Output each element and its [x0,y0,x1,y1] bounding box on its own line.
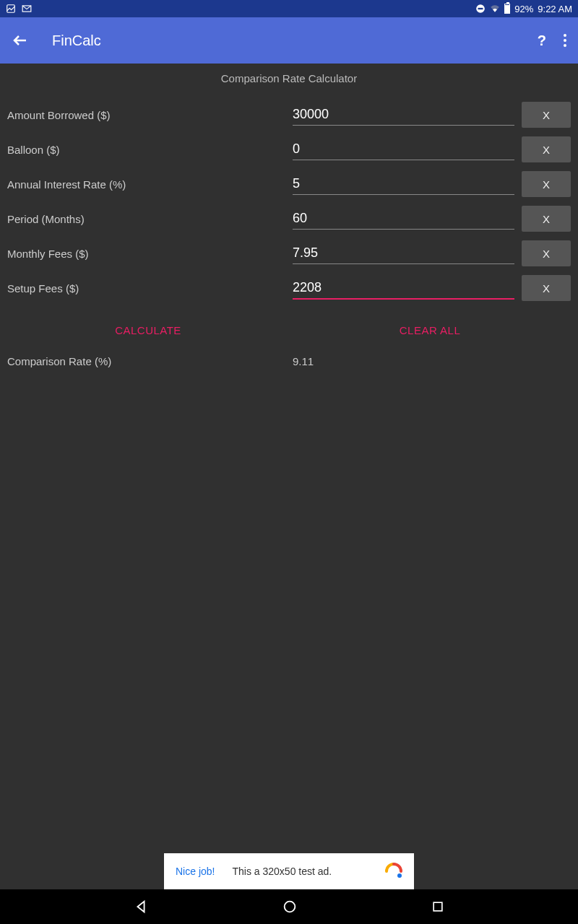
nav-home-button[interactable] [282,899,298,915]
content: Comparison Rate Calculator Amount Borrow… [0,64,578,376]
screenshot-icon [6,4,16,14]
field-input[interactable] [293,277,514,300]
help-button[interactable]: ? [538,32,546,49]
form-row: Balloon ($) X [7,132,571,167]
field-input[interactable] [293,243,514,264]
field-label: Period (Months) [7,213,293,225]
field-label: Monthly Fees ($) [7,248,293,260]
result-label: Comparison Rate (%) [7,355,293,367]
app-bar: FinCalc ? [0,17,578,64]
overflow-menu-button[interactable] [564,34,566,47]
field-input[interactable] [293,208,514,230]
field-clear-button[interactable]: X [522,240,571,266]
battery-icon [504,4,510,14]
admob-logo-icon [385,863,402,880]
svg-rect-3 [478,8,483,9]
page-title: Comparison Rate Calculator [7,72,571,84]
result-value: 9.11 [293,355,314,367]
nav-back-button[interactable] [133,899,149,915]
ad-banner[interactable]: Nice job! This a 320x50 test ad. [164,853,414,889]
dnd-icon [475,4,486,14]
field-input[interactable] [293,139,514,160]
calculate-button[interactable]: CALCULATE [7,318,289,342]
action-row: CALCULATE CLEAR ALL [7,318,571,342]
mail-icon [22,4,32,14]
field-input[interactable] [293,104,514,126]
svg-point-4 [397,873,402,878]
svg-point-5 [285,902,296,912]
app-title: FinCalc [52,32,538,49]
field-label: Setup Fees ($) [7,282,293,295]
field-clear-button[interactable]: X [522,206,571,232]
clear-all-button[interactable]: CLEAR ALL [289,318,571,342]
ad-body: This a 320x50 test ad. [232,866,385,877]
wifi-icon [490,4,500,14]
field-input[interactable] [293,173,514,195]
result-row: Comparison Rate (%) 9.11 [7,355,571,367]
ad-headline: Nice job! [176,866,215,877]
form-row: Monthly Fees ($) X [7,236,571,271]
svg-rect-0 [7,5,15,13]
form-row: Amount Borrowed ($) X [7,97,571,132]
clock: 9:22 AM [538,4,572,14]
field-label: Annual Interest Rate (%) [7,178,293,191]
battery-percent: 92% [514,4,533,14]
status-left [6,4,32,14]
field-clear-button[interactable]: X [522,136,571,162]
form-row: Setup Fees ($) X [7,271,571,305]
field-clear-button[interactable]: X [522,102,571,128]
status-right: 92% 9:22 AM [475,4,572,14]
navigation-bar [0,889,578,924]
field-clear-button[interactable]: X [522,275,571,301]
field-label: Amount Borrowed ($) [7,109,293,121]
back-button[interactable] [12,32,29,49]
status-bar: 92% 9:22 AM [0,0,578,17]
field-clear-button[interactable]: X [522,171,571,197]
form-row: Period (Months) X [7,201,571,236]
form-row: Annual Interest Rate (%) X [7,167,571,201]
nav-recent-button[interactable] [431,899,445,914]
field-label: Balloon ($) [7,144,293,156]
svg-rect-6 [434,902,442,911]
